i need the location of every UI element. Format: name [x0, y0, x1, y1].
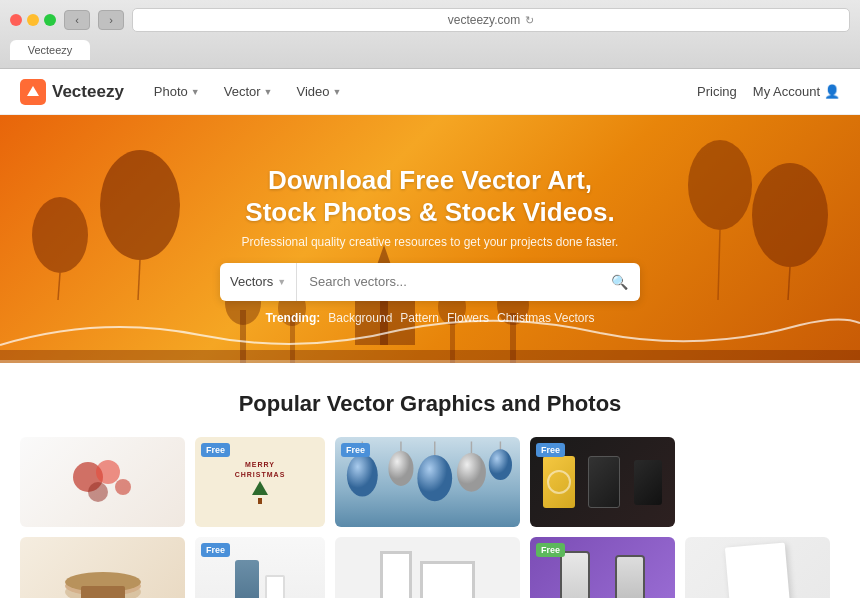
vector-chevron-icon: ▼ [264, 87, 273, 97]
svg-marker-0 [27, 86, 39, 96]
logo-text: Vecteezy [52, 82, 124, 102]
grid-item-dark-cards[interactable]: Free [530, 437, 675, 527]
address-bar[interactable]: vecteezy.com ↻ [132, 8, 850, 32]
paper-sheet [724, 542, 790, 598]
svg-point-1 [32, 197, 88, 273]
svg-rect-12 [240, 310, 246, 363]
grid-item-frame-mockup[interactable] [335, 537, 520, 598]
trending-pattern[interactable]: Pattern [400, 311, 439, 325]
svg-line-6 [788, 267, 790, 300]
grid-item-christmas-ornaments[interactable]: Free [335, 437, 520, 527]
logo[interactable]: Vecteezy [20, 79, 124, 105]
nav-photo[interactable]: Photo ▼ [144, 80, 210, 103]
grid-item-totes-mobile[interactable]: Free Totes [530, 537, 675, 598]
account-icon: 👤 [824, 84, 840, 99]
search-button[interactable]: 🔍 [599, 274, 640, 290]
svg-point-22 [96, 460, 120, 484]
svg-point-5 [752, 163, 828, 267]
forward-button[interactable]: › [98, 10, 124, 30]
section-title: Popular Vector Graphics and Photos [20, 391, 840, 417]
svg-rect-38 [81, 586, 125, 598]
dark-card-2 [634, 460, 662, 505]
svg-line-4 [138, 260, 140, 300]
address-text: vecteezy.com [448, 13, 520, 27]
nav-vector[interactable]: Vector ▼ [214, 80, 283, 103]
badge-free-coffee: Free [201, 543, 230, 557]
page: Vecteezy Photo ▼ Vector ▼ Video ▼ Pricin… [0, 69, 860, 598]
badge-free: Free [201, 443, 230, 457]
grid-row-1: Free MERRY CHRISTMAS Free [20, 437, 840, 527]
svg-point-30 [417, 454, 452, 500]
grid-row-2: Free Free [20, 537, 840, 598]
nav-account[interactable]: My Account 👤 [753, 84, 840, 99]
content-section: Popular Vector Graphics and Photos Free [0, 363, 860, 598]
search-bar: Vectors ▼ 🔍 [220, 263, 640, 301]
navbar: Vecteezy Photo ▼ Vector ▼ Video ▼ Pricin… [0, 69, 860, 115]
dark-card [588, 456, 620, 508]
grid-item-envelope[interactable] [685, 537, 830, 598]
phone-left: Totes [560, 551, 590, 599]
maximize-button[interactable] [44, 14, 56, 26]
svg-line-2 [58, 273, 60, 300]
hero-subtitle: Professional quality creative resources … [242, 235, 619, 249]
nav-pricing[interactable]: Pricing [697, 84, 737, 99]
svg-point-28 [388, 451, 413, 486]
traffic-lights [10, 14, 56, 26]
tall-cup [235, 560, 259, 598]
christmas-card-text: MERRY [245, 461, 275, 468]
search-input[interactable] [297, 274, 599, 289]
svg-point-26 [347, 454, 378, 496]
wood-table-image [53, 542, 153, 598]
reload-icon[interactable]: ↻ [525, 14, 534, 27]
frame-wide [420, 561, 475, 598]
nav-right: Pricing My Account 👤 [697, 84, 840, 99]
svg-point-7 [688, 140, 752, 230]
browser-tab[interactable]: Vecteezy [10, 40, 90, 60]
search-type-dropdown[interactable]: Vectors ▼ [220, 263, 297, 301]
badge-free-purple: Free [536, 543, 565, 557]
hero-section: Download Free Vector Art, Stock Photos &… [0, 115, 860, 363]
back-button[interactable]: ‹ [64, 10, 90, 30]
trending-label: Trending: [266, 311, 321, 325]
svg-point-23 [88, 482, 108, 502]
search-type-chevron-icon: ▼ [277, 277, 286, 287]
svg-point-3 [100, 150, 180, 260]
svg-point-34 [489, 449, 512, 480]
badge-free-dark: Free [536, 443, 565, 457]
close-button[interactable] [10, 14, 22, 26]
trending-christmas-vectors[interactable]: Christmas Vectors [497, 311, 594, 325]
grid-item-christmas-card[interactable]: Free MERRY CHRISTMAS [195, 437, 325, 527]
minimize-button[interactable] [27, 14, 39, 26]
svg-rect-20 [0, 350, 860, 363]
logo-icon [20, 79, 46, 105]
trending-section: Trending: Background Pattern Flowers Chr… [266, 311, 595, 325]
grid-item-coffee-cups[interactable]: Free [195, 537, 325, 598]
svg-point-32 [457, 453, 486, 492]
browser-chrome: ‹ › vecteezy.com ↻ Vecteezy [0, 0, 860, 69]
hero-title: Download Free Vector Art, Stock Photos &… [245, 164, 614, 229]
nav-video[interactable]: Video ▼ [287, 80, 352, 103]
phone-right [615, 555, 645, 599]
frame-tall [380, 551, 412, 598]
svg-point-24 [115, 479, 131, 495]
short-cup [265, 575, 285, 598]
photo-chevron-icon: ▼ [191, 87, 200, 97]
nav-links: Photo ▼ Vector ▼ Video ▼ [144, 80, 352, 103]
svg-line-8 [718, 230, 720, 300]
grid-item-table-wood[interactable] [20, 537, 185, 598]
tree-trunk [258, 498, 262, 504]
trending-background[interactable]: Background [328, 311, 392, 325]
gold-card [543, 456, 575, 508]
badge-free-ornaments: Free [341, 443, 370, 457]
grid-item-autumn-leaves[interactable] [20, 437, 185, 527]
christmas-tree-icon [252, 481, 268, 495]
autumn-leaves-image [63, 447, 143, 517]
christmas-text: CHRISTMAS [235, 471, 286, 478]
trending-flowers[interactable]: Flowers [447, 311, 489, 325]
video-chevron-icon: ▼ [333, 87, 342, 97]
